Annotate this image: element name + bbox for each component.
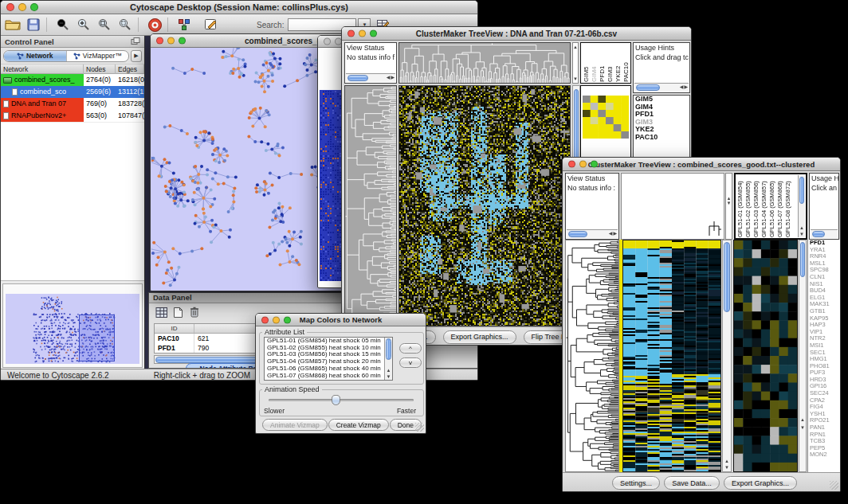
- scroll-down-icon[interactable]: ▼: [723, 465, 731, 470]
- column-header[interactable]: Network: [1, 64, 84, 74]
- zoom-out-button[interactable]: [54, 17, 72, 33]
- treeview1-titlebar[interactable]: ClusterMaker TreeView : DNA and Tran 07-…: [342, 27, 691, 41]
- hscroll-thumb[interactable]: [347, 75, 368, 81]
- network-overview-panel[interactable]: [2, 283, 143, 368]
- move-down-button[interactable]: v: [399, 357, 422, 368]
- network-row[interactable]: RNAPuberNov2+ 563(0) 107847(0): [1, 110, 144, 122]
- resize-grip[interactable]: [830, 481, 838, 490]
- speed-slider-track[interactable]: [269, 399, 414, 401]
- zoom-heatmap-canvas[interactable]: [734, 240, 797, 471]
- treeview2-button[interactable]: Save Data...: [664, 476, 720, 490]
- move-up-button[interactable]: ^: [399, 343, 422, 354]
- control-panel-tab[interactable]: Network: [4, 51, 67, 61]
- hscroll-thumb[interactable]: [636, 84, 660, 91]
- dialog-button[interactable]: Animate Vizmap: [262, 419, 328, 431]
- zoom-fit-button[interactable]: [96, 17, 113, 33]
- window-controls[interactable]: [568, 161, 598, 168]
- resize-grip[interactable]: [415, 423, 424, 432]
- main-titlebar[interactable]: Cytoscape Desktop (Session Name: collins…: [1, 1, 477, 14]
- heatmap-canvas[interactable]: [623, 240, 720, 471]
- hscroll-thumb[interactable]: [568, 231, 587, 237]
- minimize-button[interactable]: [359, 30, 366, 37]
- vscroll-thumb[interactable]: [799, 177, 804, 204]
- column-label[interactable]: GPL51-04 (GSM857): [760, 175, 768, 237]
- zoom-in-button[interactable]: [75, 17, 92, 33]
- window-controls[interactable]: [347, 30, 377, 37]
- dialog-button[interactable]: Create Vizmap: [328, 419, 389, 431]
- scroll-up-icon[interactable]: ▲: [573, 45, 578, 49]
- scroll-left-icon[interactable]: ◀: [680, 84, 684, 89]
- mini-heatmap[interactable]: [583, 96, 629, 139]
- heatmap-canvas[interactable]: [399, 86, 570, 326]
- column-label[interactable]: GIM4: [591, 44, 599, 82]
- zoom-vscrollbar[interactable]: ▲ ▼: [799, 240, 807, 472]
- scroll-down-icon[interactable]: ▼: [573, 76, 578, 81]
- scroll-down-icon[interactable]: ▼: [726, 201, 732, 205]
- zoom-selected-button[interactable]: [116, 17, 134, 33]
- tree-scroll-strip[interactable]: ▲ ▼: [725, 173, 732, 240]
- hscroll-thumb[interactable]: [812, 231, 825, 237]
- scroll-down-icon[interactable]: ▼: [385, 374, 392, 379]
- column-header[interactable]: Nodes: [84, 64, 116, 74]
- column-label[interactable]: GPL51-03 (GSM856): [752, 175, 760, 237]
- close-button[interactable]: [568, 161, 575, 168]
- control-panel-tab[interactable]: VizMapper™: [67, 51, 129, 61]
- heatmap-panel[interactable]: [622, 240, 721, 472]
- row-dendrogram[interactable]: [345, 86, 396, 326]
- scroll-up-icon[interactable]: ▲: [799, 417, 806, 422]
- column-label[interactable]: GPL51-08 (GSM872): [784, 175, 792, 237]
- column-label[interactable]: YKE2: [614, 44, 622, 82]
- column-dendrogram[interactable]: [399, 43, 570, 83]
- network-overview-thumbnail[interactable]: [6, 294, 139, 364]
- float-panel-icon[interactable]: [131, 37, 140, 45]
- usage-hints-hscrollbar[interactable]: ◀▶: [634, 83, 689, 92]
- column-label[interactable]: GPL51-06 (GSM865): [768, 175, 776, 237]
- gene-label[interactable]: MON2: [808, 451, 840, 459]
- save-session-button[interactable]: [25, 17, 42, 33]
- column-label[interactable]: PFD1: [599, 44, 607, 82]
- scroll-up-icon[interactable]: ▲: [799, 225, 805, 230]
- row-dendrogram[interactable]: [566, 240, 618, 471]
- scroll-up-icon[interactable]: ▲: [385, 368, 392, 373]
- column-label[interactable]: GIM5: [583, 44, 591, 82]
- close-button[interactable]: [261, 316, 269, 323]
- scroll-up-icon[interactable]: ▲: [723, 459, 731, 463]
- row-dendrogram-panel[interactable]: [344, 85, 397, 326]
- row-dendrogram-panel[interactable]: [565, 240, 619, 472]
- network-row[interactable]: combined_sco 2569(6) 13112(15): [1, 86, 144, 98]
- network-row[interactable]: combined_scores_ 2764(0) 16218(0): [1, 74, 144, 86]
- attribute-select-button[interactable]: [155, 307, 168, 322]
- column-label[interactable]: GIM3: [607, 44, 614, 82]
- column-label[interactable]: GPL51-01 (GSM854): [736, 175, 744, 237]
- close-button[interactable]: [324, 38, 331, 45]
- vscroll-thumb[interactable]: [386, 338, 391, 360]
- heatmap-panel[interactable]: [398, 85, 571, 326]
- annotation-button[interactable]: [202, 17, 220, 33]
- treeview2-titlebar[interactable]: ClusterMaker TreeView : combined_scores_…: [563, 158, 840, 171]
- usage-hints-hscrollbar[interactable]: [811, 229, 838, 238]
- minimize-button[interactable]: [18, 3, 26, 11]
- vscroll-thumb[interactable]: [724, 242, 730, 312]
- dialog-titlebar[interactable]: Map Colors to Network: [256, 314, 426, 326]
- view-status-hscrollbar[interactable]: ◀▶: [346, 73, 395, 82]
- listbox-vscrollbar[interactable]: ▲ ▼: [384, 338, 392, 380]
- column-dendrogram-panel[interactable]: [398, 42, 571, 84]
- vscroll-thumb[interactable]: [800, 242, 805, 277]
- vizmapper-shortcut-button[interactable]: [175, 17, 193, 33]
- close-button[interactable]: [6, 3, 14, 11]
- scroll-right-icon[interactable]: ▶: [613, 231, 617, 236]
- scroll-down-icon[interactable]: ▼: [799, 232, 805, 236]
- column-label[interactable]: PAC10: [622, 44, 630, 82]
- close-button[interactable]: [347, 30, 355, 37]
- scroll-down-icon[interactable]: ▼: [799, 425, 806, 430]
- scroll-left-icon[interactable]: ◀: [387, 75, 391, 80]
- network-row[interactable]: DNA and Tran 07 769(0) 183728(0): [1, 98, 144, 110]
- tab-overflow-button[interactable]: ▶: [131, 50, 142, 62]
- attribute-item[interactable]: GPL51-07 (GSM868) heat shock 60 min: [265, 373, 392, 380]
- scroll-right-icon[interactable]: ▶: [391, 75, 395, 80]
- view-status-hscrollbar[interactable]: ◀▶: [567, 229, 618, 238]
- heatmap-vscrollbar[interactable]: ▲ ▼: [722, 240, 732, 472]
- help-button[interactable]: [146, 17, 163, 33]
- minimize-button[interactable]: [273, 316, 280, 323]
- delete-attribute-button[interactable]: [189, 306, 200, 322]
